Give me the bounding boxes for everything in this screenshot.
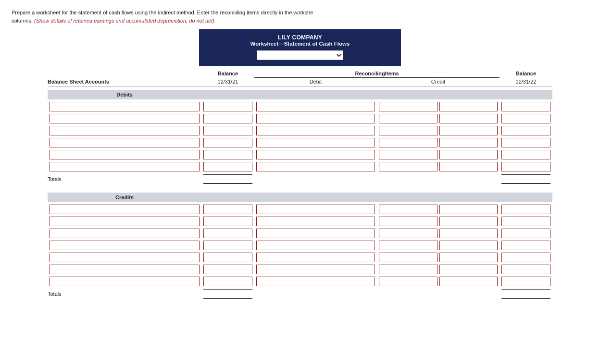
- debit-row4-bal2[interactable]: [501, 138, 550, 147]
- debits-totals-bal2[interactable]: [501, 174, 550, 184]
- credit-row4-credit2[interactable]: [439, 241, 498, 250]
- credit-row3-bal2[interactable]: [501, 229, 550, 238]
- debit-row6-credit1[interactable]: [379, 162, 438, 171]
- debit-row3-debit[interactable]: [256, 126, 375, 135]
- credit-row7-bal1[interactable]: [203, 277, 252, 286]
- instruction-line2: columns.: [12, 18, 33, 24]
- debit-row5-debit[interactable]: [256, 150, 375, 159]
- credit-row7-bal2[interactable]: [501, 277, 550, 286]
- credit-row5-bal2[interactable]: [501, 253, 550, 262]
- credits-section-header: Credits: [48, 193, 552, 202]
- credit-row1-bal2[interactable]: [501, 205, 550, 214]
- debit-row4-credit1[interactable]: [379, 138, 438, 147]
- debit-row3-credit2[interactable]: [439, 126, 498, 135]
- credit-row5-account[interactable]: [50, 253, 200, 262]
- credit-row4-account[interactable]: [50, 241, 200, 250]
- debit-row6-account[interactable]: [50, 162, 200, 171]
- credit-row5-credit1[interactable]: [379, 253, 438, 262]
- debit-row6-bal2[interactable]: [501, 162, 550, 171]
- credits-totals-row: Totals: [48, 289, 552, 299]
- credit-row2-credit2[interactable]: [439, 217, 498, 226]
- debit-row3-credit1[interactable]: [379, 126, 438, 135]
- debit-row5-bal1[interactable]: [203, 150, 252, 159]
- credit-row1-credit2[interactable]: [439, 205, 498, 214]
- debits-totals-row: Totals: [48, 174, 552, 184]
- debits-totals-bal1[interactable]: [203, 174, 252, 184]
- worksheet-dropdown[interactable]: [257, 50, 343, 60]
- worksheet-wrapper: LILY COMPANY Worksheet—Statement of Cash…: [48, 29, 552, 299]
- credit-row1-credit1[interactable]: [379, 205, 438, 214]
- debit-row1-bal2[interactable]: [501, 102, 550, 111]
- debit-row3-bal1[interactable]: [203, 126, 252, 135]
- credit-row4-bal2[interactable]: [501, 241, 550, 250]
- credit-row-5: [48, 253, 552, 262]
- debit-row5-bal2[interactable]: [501, 150, 550, 159]
- instruction-line1: Prepare a worksheet for the statement of…: [12, 10, 313, 15]
- debits-label: Debits: [48, 92, 201, 97]
- credit-row7-debit[interactable]: [256, 277, 375, 286]
- credits-label: Credits: [48, 194, 201, 200]
- debit-row4-debit[interactable]: [256, 138, 375, 147]
- debit-row6-debit[interactable]: [256, 162, 375, 171]
- debit-row2-bal1[interactable]: [203, 114, 252, 123]
- credit-row1-account[interactable]: [50, 205, 200, 214]
- debit-row4-account[interactable]: [50, 138, 200, 147]
- column-headers-row2: Balance Sheet Accounts 12/31/21 Debit Cr…: [48, 79, 552, 87]
- credit-row7-account[interactable]: [50, 277, 200, 286]
- credit-row4-debit[interactable]: [256, 241, 375, 250]
- credit-row6-bal1[interactable]: [203, 265, 252, 274]
- debit-row1-credit2[interactable]: [439, 102, 498, 111]
- credit-row7-credit2[interactable]: [439, 277, 498, 286]
- debit-row-4: [48, 138, 552, 147]
- debit-row5-credit2[interactable]: [439, 150, 498, 159]
- credit-row2-account[interactable]: [50, 217, 200, 226]
- debit-row5-account[interactable]: [50, 150, 200, 159]
- credit-row4-credit1[interactable]: [379, 241, 438, 250]
- debit-row1-credit1[interactable]: [379, 102, 438, 111]
- debit-row2-bal2[interactable]: [501, 114, 550, 123]
- debit-row3-bal2[interactable]: [501, 126, 550, 135]
- debit-row5-credit1[interactable]: [379, 150, 438, 159]
- debit-row2-debit[interactable]: [256, 114, 375, 123]
- credits-totals-bal2[interactable]: [501, 289, 550, 299]
- credit-row3-credit2[interactable]: [439, 229, 498, 238]
- credit-row2-bal2[interactable]: [501, 217, 550, 226]
- credit-row6-credit1[interactable]: [379, 265, 438, 274]
- debit-row6-bal1[interactable]: [203, 162, 252, 171]
- debit-row2-credit1[interactable]: [379, 114, 438, 123]
- date2-label: 12/31/22: [500, 79, 552, 85]
- credit-row-6: [48, 265, 552, 274]
- balance-sheet-accounts-label: Balance Sheet Accounts: [48, 79, 201, 85]
- debit-row4-credit2[interactable]: [439, 138, 498, 147]
- credit-row3-debit[interactable]: [256, 229, 375, 238]
- credit-row6-credit2[interactable]: [439, 265, 498, 274]
- credit-row3-credit1[interactable]: [379, 229, 438, 238]
- credit-row2-debit[interactable]: [256, 217, 375, 226]
- credit-row6-account[interactable]: [50, 265, 200, 274]
- credit-row7-credit1[interactable]: [379, 277, 438, 286]
- debits-section-header: Debits: [48, 90, 552, 99]
- debit-row1-debit[interactable]: [256, 102, 375, 111]
- credit-row2-bal1[interactable]: [203, 217, 252, 226]
- debit-row6-credit2[interactable]: [439, 162, 498, 171]
- credit-row6-bal2[interactable]: [501, 265, 550, 274]
- credit-row5-debit[interactable]: [256, 253, 375, 262]
- debit-row2-account[interactable]: [50, 114, 200, 123]
- credit-row3-bal1[interactable]: [203, 229, 252, 238]
- credit-row1-debit[interactable]: [256, 205, 375, 214]
- debit-row1-account[interactable]: [50, 102, 200, 111]
- credit-row1-bal1[interactable]: [203, 205, 252, 214]
- debit-row4-bal1[interactable]: [203, 138, 252, 147]
- debit-row-5: [48, 150, 552, 159]
- credit-row-4: [48, 241, 552, 250]
- credits-totals-bal1[interactable]: [203, 289, 252, 299]
- debit-row3-account[interactable]: [50, 126, 200, 135]
- credit-row3-account[interactable]: [50, 229, 200, 238]
- credit-row6-debit[interactable]: [256, 265, 375, 274]
- credit-row2-credit1[interactable]: [379, 217, 438, 226]
- credit-row5-bal1[interactable]: [203, 253, 252, 262]
- debit-row2-credit2[interactable]: [439, 114, 498, 123]
- credit-row4-bal1[interactable]: [203, 241, 252, 250]
- debit-row1-bal1[interactable]: [203, 102, 252, 111]
- credit-row5-credit2[interactable]: [439, 253, 498, 262]
